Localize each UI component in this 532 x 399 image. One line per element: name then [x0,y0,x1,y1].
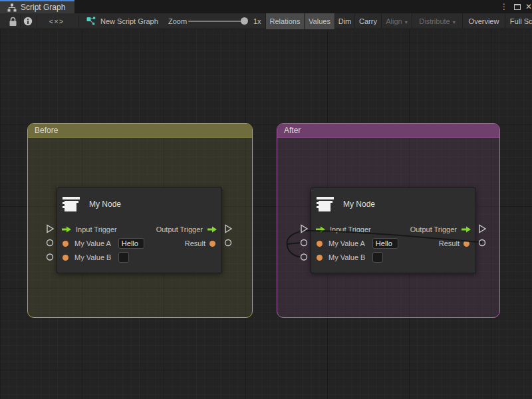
value-b-label: My Value B [329,253,365,261]
result-label: Result [439,239,460,247]
value-port-dot [63,255,68,261]
values-button[interactable]: Values [304,13,334,29]
tab-strip: Script Graph ⋮ ✕ [0,0,532,13]
graph-name-label: New Script Graph [100,17,158,25]
code-toggle-label: <×> [49,17,64,25]
node-header: My Node [317,197,375,211]
close-icon[interactable]: ✕ [524,0,532,13]
value-b-label: My Value B [74,253,111,261]
value-a-row: My Value A Result [315,237,471,249]
relations-button[interactable]: Relations [265,13,304,29]
value-a-label: My Value A [329,239,365,247]
value-b-field[interactable] [118,252,129,263]
output-trigger-label: Output Trigger [156,225,203,233]
value-b-row: My Value B [61,251,217,263]
distribute-label: Distribute [419,17,450,25]
info-button[interactable] [22,13,34,29]
kebab-menu-icon[interactable]: ⋮ [499,0,509,13]
fullscreen-button[interactable]: Full Scr [505,13,532,29]
trigger-row: Input Trigger Output Trigger [315,223,471,235]
node-title: My Node [89,200,121,209]
values-label: Values [309,17,331,25]
graph-toolbar: <×> New Script Graph Zoom 1x Relations V… [0,13,532,29]
lock-icon [9,17,17,27]
node-my-node-before[interactable]: My Node Input Trigger Output Trigger M [57,188,222,273]
tab-script-graph[interactable]: Script Graph [0,0,74,13]
output-trigger-label: Output Trigger [410,225,457,233]
unit-icon [317,197,334,211]
group-before-header[interactable]: Before [28,124,252,138]
node-title: My Node [343,200,375,209]
overview-button[interactable]: Overview [462,13,505,29]
carry-label: Carry [359,17,377,25]
chevron-down-icon: ▾ [405,19,408,25]
dim-button[interactable]: Dim [334,13,354,29]
value-port-dot [317,255,323,261]
distribute-button[interactable]: Distribute ▾ [412,13,462,29]
flow-out-arrow-icon [207,226,217,233]
fullscreen-label: Full Scr [510,17,532,25]
tab-label: Script Graph [21,3,65,12]
carry-button[interactable]: Carry [354,13,381,29]
toolbar-toggle-buttons: Relations Values Dim Carry Align ▾ Distr… [265,13,532,29]
group-after-title: After [284,126,301,135]
new-graph-icon [86,17,96,26]
align-button[interactable]: Align ▾ [381,13,412,29]
overview-label: Overview [469,17,499,25]
toolbar-separator [20,15,21,27]
unit-icon [63,197,80,211]
flow-in-arrow-icon [61,226,72,233]
code-toggle-button[interactable]: <×> [45,13,68,29]
info-icon [23,17,33,26]
maximize-icon[interactable] [513,0,522,13]
align-label: Align [386,17,402,25]
input-trigger-label: Input Trigger [76,225,117,233]
maximize-glyph [514,4,521,10]
dim-label: Dim [338,17,352,25]
zoom-value: 1x [253,13,261,29]
trigger-row: Input Trigger Output Trigger [61,223,217,235]
lock-button[interactable] [7,13,19,29]
graph-name-button[interactable]: New Script Graph [86,13,158,29]
relations-label: Relations [270,17,301,25]
group-before-title: Before [35,126,58,135]
value-port-dot [464,241,469,247]
zoom-label: Zoom [168,13,187,29]
value-a-label: My Value A [74,239,111,247]
script-graph-window: Script Graph ⋮ ✕ <×> [0,0,532,399]
input-trigger-label: Input Trigger [330,225,371,233]
value-a-field[interactable] [118,238,144,249]
flow-out-arrow-icon [461,226,471,233]
zoom-slider-track[interactable] [188,21,244,22]
chevron-down-icon: ▾ [453,19,456,25]
toolbar-separator [78,15,79,27]
zoom-slider-knob[interactable] [241,17,248,25]
value-b-row: My Value B [315,251,471,263]
node-header: My Node [63,197,121,211]
group-after-header[interactable]: After [277,124,499,138]
value-port-dot [317,241,323,247]
value-a-row: My Value A Result [61,237,217,249]
graph-canvas[interactable]: Before After My Node Input Trigg [0,29,532,399]
result-label: Result [185,239,205,247]
flow-in-arrow-icon [315,226,326,233]
toolbar-separator [37,15,37,27]
value-a-field[interactable] [372,238,398,249]
hierarchy-icon [7,3,17,12]
node-my-node-after[interactable]: My Node Input Trigger Output Trigger M [311,188,476,273]
value-port-dot [209,241,215,247]
value-b-field[interactable] [372,252,383,263]
value-port-dot [63,241,68,247]
